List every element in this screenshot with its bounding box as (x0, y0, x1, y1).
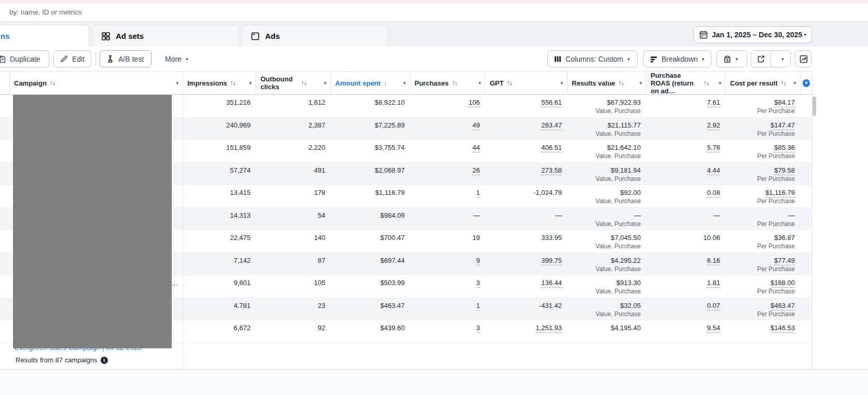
row-checkbox-cell[interactable] (0, 140, 9, 162)
sort-icon[interactable]: ↑↓ (301, 79, 306, 87)
tab-ads[interactable]: Ads (242, 25, 388, 47)
column-header-campaign[interactable]: Campaign ↑↓ ▾ (9, 72, 183, 94)
row-checkbox-cell[interactable] (0, 163, 9, 185)
cost-per-result-value[interactable]: $84.17 (774, 98, 795, 107)
row-checkbox-cell[interactable] (0, 208, 9, 230)
purchases-value[interactable]: 3 (476, 324, 480, 333)
column-header-impressions[interactable]: Impressions ↑↓ ▾ (183, 72, 256, 94)
breakdown-button[interactable]: Breakdown ▾ (643, 50, 711, 67)
row-checkbox-cell[interactable] (0, 298, 9, 320)
cost-per-result-value[interactable]: $1,116.79 (765, 189, 795, 198)
sort-descending-icon[interactable]: ↓ (383, 79, 387, 87)
chevron-down-icon[interactable]: ▾ (791, 80, 796, 86)
purchases-value[interactable]: 106 (469, 98, 480, 107)
purchases-value[interactable]: 19 (473, 234, 480, 242)
export-options-button[interactable]: ▾ (770, 51, 790, 67)
gpt-value[interactable]: 399.75 (541, 257, 562, 265)
add-column-cell[interactable]: + (800, 72, 812, 94)
row-checkbox-cell[interactable] (0, 230, 9, 252)
sort-icon[interactable]: ↑↓ (618, 79, 624, 87)
cost-per-result-value[interactable]: $168.00 (770, 279, 795, 288)
column-header-purchase-roas[interactable]: Purchase ROAS (return on ad… ↑↓ ▾ (646, 72, 725, 94)
cost-per-result-value[interactable]: — (788, 211, 795, 219)
cost-per-result-value[interactable]: $77.49 (774, 257, 795, 265)
column-header-cost-per-result[interactable]: Cost per result ↑↓ ▾ (725, 72, 800, 94)
chevron-down-icon[interactable]: ▾ (247, 80, 252, 86)
roas-value[interactable]: 6.16 (707, 257, 720, 265)
more-button[interactable]: More ▾ (159, 50, 195, 67)
roas-value[interactable]: 7.61 (707, 98, 720, 107)
date-range-picker[interactable]: Jan 1, 2025 – Dec 30, 2025 ▾ (694, 26, 812, 43)
cost-per-result-value[interactable]: $147.47 (770, 121, 795, 130)
roas-value[interactable]: 2.92 (707, 121, 720, 130)
sort-icon[interactable]: ↑↓ (781, 79, 786, 87)
tab-campaigns[interactable]: ns (0, 25, 89, 47)
cost-per-result-value[interactable]: $463.47 (770, 302, 795, 311)
columns-button[interactable]: Columns: Custom ▾ (547, 50, 638, 67)
chevron-down-icon[interactable]: ▾ (322, 80, 326, 86)
cost-per-result-value[interactable]: $85.36 (774, 144, 795, 152)
row-checkbox-cell[interactable] (0, 320, 9, 343)
sort-icon[interactable]: ↑↓ (704, 79, 709, 87)
cost-per-result-value[interactable]: $79.58 (774, 166, 795, 175)
row-checkbox-cell[interactable] (0, 95, 9, 117)
row-checkbox-cell[interactable] (0, 275, 9, 298)
purchases-value[interactable]: 1 (476, 189, 480, 198)
rules-button[interactable]: ▾ (717, 50, 747, 67)
roas-value[interactable]: 1.81 (707, 279, 720, 288)
gpt-value[interactable]: — (555, 211, 562, 219)
cost-per-result-value[interactable]: $146.53 (770, 324, 795, 333)
purchases-value[interactable]: 3 (476, 279, 480, 288)
purchases-value[interactable]: 9 (476, 257, 480, 265)
roas-value[interactable]: 10.06 (703, 234, 720, 242)
gpt-value[interactable]: -431.42 (539, 302, 562, 309)
column-header-outbound-clicks[interactable]: Outbound clicks ↑↓ ▾ (256, 72, 330, 94)
gpt-value[interactable]: 283.47 (541, 121, 562, 130)
roas-value[interactable]: 5.76 (707, 144, 720, 152)
row-checkbox-cell[interactable] (0, 118, 9, 140)
select-all-column[interactable] (0, 72, 9, 94)
purchases-value[interactable]: 49 (473, 121, 480, 130)
export-button[interactable] (751, 51, 770, 67)
chevron-down-icon[interactable]: ▾ (174, 80, 178, 86)
chevron-down-icon[interactable]: ▾ (401, 80, 406, 86)
ab-test-button[interactable]: A/B test (100, 50, 151, 67)
vertical-scrollbar[interactable] (812, 96, 816, 116)
sort-icon[interactable]: ↑↓ (50, 79, 55, 87)
column-header-gpt[interactable]: GPT ↑↓ ▾ (485, 72, 567, 94)
gpt-value[interactable]: 136.44 (541, 279, 562, 288)
gpt-value[interactable]: 1,251.93 (535, 324, 562, 333)
add-column-icon[interactable]: + (803, 79, 810, 87)
row-checkbox-cell[interactable] (0, 185, 9, 207)
column-header-results-value[interactable]: Results value ↑↓ ▾ (567, 72, 646, 94)
tab-ad-sets[interactable]: Ad sets (92, 25, 239, 47)
roas-value[interactable]: 4.44 (707, 166, 720, 175)
roas-value[interactable]: — (713, 211, 720, 219)
info-icon[interactable]: i (101, 357, 108, 364)
chevron-down-icon[interactable]: ▾ (717, 80, 721, 86)
charts-button[interactable] (795, 50, 812, 67)
cost-per-result-value[interactable]: $36.87 (774, 234, 795, 242)
roas-value[interactable]: 0.08 (707, 189, 720, 198)
sort-icon[interactable]: ↑↓ (452, 79, 457, 87)
sort-icon[interactable]: ↑↓ (507, 79, 512, 87)
row-checkbox-cell[interactable] (0, 253, 9, 275)
purchases-value[interactable]: 1 (476, 302, 480, 311)
gpt-value[interactable]: 333.95 (541, 234, 562, 242)
gpt-value[interactable]: 406.51 (541, 144, 562, 152)
gpt-value[interactable]: 273.58 (541, 166, 562, 175)
edit-button[interactable]: Edit (53, 50, 91, 67)
chevron-down-icon[interactable]: ▾ (558, 80, 563, 86)
roas-value[interactable]: 9.54 (707, 324, 720, 333)
chevron-down-icon[interactable]: ▾ (637, 80, 642, 86)
gpt-value[interactable]: -1,024.79 (533, 189, 562, 196)
chevron-down-icon[interactable]: ▾ (476, 80, 481, 86)
search-input[interactable]: by: name, ID or metrics (9, 8, 82, 16)
column-header-purchases[interactable]: Purchases ↑↓ ▾ (410, 72, 485, 94)
sort-icon[interactable]: ↑↓ (230, 79, 236, 87)
purchases-value[interactable]: — (473, 211, 480, 219)
purchases-value[interactable]: 26 (473, 166, 480, 175)
roas-value[interactable]: 0.07 (707, 302, 720, 311)
gpt-value[interactable]: 556.61 (541, 98, 562, 107)
purchases-value[interactable]: 44 (473, 144, 480, 152)
